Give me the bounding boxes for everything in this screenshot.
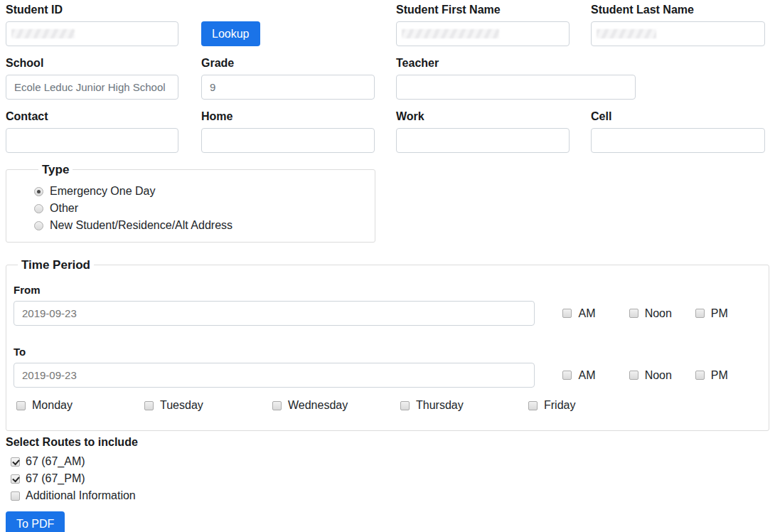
cell-input[interactable]: [591, 128, 765, 153]
tuesday-label[interactable]: Tuesday: [160, 399, 203, 412]
first-name-input[interactable]: [396, 21, 570, 46]
to-label: To: [14, 346, 761, 358]
from-date-input[interactable]: [14, 301, 535, 326]
to-am-checkbox[interactable]: [562, 371, 572, 380]
field-student-id: Student ID: [6, 3, 178, 46]
first-name-label: Student First Name: [396, 3, 570, 16]
route-67-am-label[interactable]: 67 (67_AM): [26, 455, 85, 468]
from-am-item: AM: [562, 307, 629, 320]
friday-checkbox[interactable]: [528, 401, 538, 410]
thursday-label[interactable]: Thursday: [416, 399, 464, 412]
row-phones: Contact Home Work Cell: [6, 110, 769, 153]
day-thursday-item: Thursday: [400, 399, 528, 412]
day-friday-item: Friday: [528, 399, 656, 412]
wednesday-label[interactable]: Wednesday: [288, 399, 348, 412]
field-first-name: Student First Name: [396, 3, 570, 46]
wednesday-checkbox[interactable]: [272, 401, 282, 410]
route-67-pm-item: 67 (67_PM): [6, 472, 769, 485]
type-option-new-student: New Student/Residence/Alt Address: [34, 219, 368, 232]
teacher-input[interactable]: [396, 75, 636, 100]
time-period-fieldset: Time Period From AM Noon PM To AM: [6, 258, 769, 431]
type-legend: Type: [38, 163, 73, 176]
type-radio-new-student[interactable]: [34, 221, 43, 230]
grade-input[interactable]: [201, 75, 375, 100]
teacher-label: Teacher: [396, 56, 636, 70]
to-noon-label[interactable]: Noon: [645, 369, 672, 382]
field-school: School: [6, 56, 178, 100]
lookup-button[interactable]: Lookup: [201, 21, 260, 46]
route-67-pm-checkbox[interactable]: [11, 474, 20, 484]
type-radio-emergency-one-day-label[interactable]: Emergency One Day: [50, 185, 156, 198]
from-noon-label[interactable]: Noon: [645, 307, 672, 320]
type-radio-emergency-one-day[interactable]: [34, 187, 43, 196]
to-pm-item: PM: [695, 369, 761, 382]
field-teacher: Teacher: [396, 56, 636, 100]
additional-information-item: Additional Information: [6, 489, 769, 502]
school-input[interactable]: [6, 75, 178, 100]
first-name-input-wrap: [396, 21, 570, 46]
monday-label[interactable]: Monday: [32, 399, 73, 412]
to-date-input[interactable]: [14, 363, 535, 388]
type-fieldset: Type Emergency One Day Other New Student…: [6, 163, 375, 243]
last-name-input[interactable]: [591, 21, 765, 46]
home-label: Home: [201, 110, 375, 123]
tuesday-checkbox[interactable]: [144, 401, 154, 410]
contact-input[interactable]: [6, 128, 178, 153]
field-home: Home: [201, 110, 375, 153]
student-id-input[interactable]: [6, 21, 178, 46]
field-contact: Contact: [6, 110, 178, 153]
home-input[interactable]: [201, 128, 375, 153]
from-am-checkbox[interactable]: [562, 309, 572, 318]
to-noon-item: Noon: [629, 369, 695, 382]
row-student-identity: Student ID Lookup Student First Name Stu…: [6, 3, 769, 46]
pdf-row: To PDF: [6, 511, 769, 532]
type-radio-other-label[interactable]: Other: [50, 202, 78, 215]
contact-label: Contact: [6, 110, 178, 123]
type-option-other: Other: [34, 202, 368, 215]
student-id-label: Student ID: [6, 3, 178, 16]
to-pm-label[interactable]: PM: [711, 369, 728, 382]
last-name-input-wrap: [591, 21, 765, 46]
route-67-am-item: 67 (67_AM): [6, 455, 769, 468]
to-pm-checkbox[interactable]: [695, 371, 705, 380]
time-period-legend: Time Period: [18, 258, 94, 272]
to-pdf-button[interactable]: To PDF: [6, 511, 65, 532]
days-row: Monday Tuesday Wednesday Thursday Friday: [14, 399, 761, 412]
from-pm-checkbox[interactable]: [695, 309, 705, 318]
grade-label: Grade: [201, 56, 375, 70]
from-pm-label[interactable]: PM: [711, 307, 728, 320]
type-option-emergency: Emergency One Day: [34, 185, 368, 198]
day-tuesday-item: Tuesday: [144, 399, 272, 412]
monday-checkbox[interactable]: [16, 401, 26, 410]
route-67-pm-label[interactable]: 67 (67_PM): [26, 472, 85, 485]
from-pm-item: PM: [695, 307, 761, 320]
row-school-info: School Grade Teacher: [6, 56, 769, 100]
friday-label[interactable]: Friday: [544, 399, 575, 412]
thursday-checkbox[interactable]: [400, 401, 410, 410]
to-am-label[interactable]: AM: [578, 369, 595, 382]
field-cell: Cell: [591, 110, 765, 153]
to-noon-checkbox[interactable]: [629, 371, 638, 380]
field-grade: Grade: [201, 56, 375, 100]
lookup-cell: Lookup: [201, 3, 396, 46]
student-id-input-wrap: [6, 21, 178, 46]
from-noon-checkbox[interactable]: [629, 309, 638, 318]
to-am-item: AM: [562, 369, 629, 382]
routes-heading: Select Routes to include: [6, 435, 769, 449]
to-row: AM Noon PM: [14, 363, 761, 388]
type-radio-new-student-label[interactable]: New Student/Residence/Alt Address: [50, 219, 232, 232]
from-am-label[interactable]: AM: [578, 307, 595, 320]
day-wednesday-item: Wednesday: [272, 399, 400, 412]
field-last-name: Student Last Name: [591, 3, 765, 46]
additional-information-checkbox[interactable]: [11, 491, 20, 501]
work-input[interactable]: [396, 128, 570, 153]
last-name-label: Student Last Name: [591, 3, 765, 16]
day-monday-item: Monday: [16, 399, 144, 412]
work-label: Work: [396, 110, 570, 123]
from-noon-item: Noon: [629, 307, 695, 320]
routes-section: Select Routes to include 67 (67_AM) 67 (…: [6, 435, 769, 502]
from-label: From: [14, 284, 761, 296]
type-radio-other[interactable]: [34, 204, 43, 213]
route-67-am-checkbox[interactable]: [11, 457, 20, 467]
additional-information-label[interactable]: Additional Information: [26, 489, 136, 502]
